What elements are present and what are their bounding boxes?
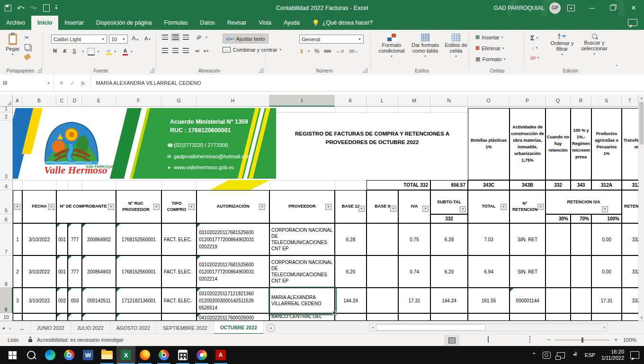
- cell-G8[interactable]: FACT. ELEC.: [161, 255, 197, 288]
- col-header-Q[interactable]: Q: [546, 95, 571, 107]
- cell-G7[interactable]: FACT. ELEC.: [161, 223, 197, 255]
- tell-me-search[interactable]: 💡 ¿Qué desea hacer?: [306, 16, 379, 30]
- cell-K10[interactable]: [335, 313, 367, 321]
- underline-dropdown-icon[interactable]: ▾: [82, 50, 84, 54]
- increase-decimal-icon[interactable]: ←.0: [336, 49, 344, 54]
- vertical-scrollbar[interactable]: ▲ ▼: [638, 95, 644, 321]
- sheet-tab-agosto[interactable]: AGOSTO 2022: [110, 321, 157, 334]
- cell-N8[interactable]: 6.20: [430, 255, 468, 288]
- header-subtotal-code[interactable]: 332: [430, 214, 468, 223]
- cell-D8[interactable]: 777: [68, 255, 82, 288]
- italic-button[interactable]: K: [63, 48, 66, 54]
- cell-O9[interactable]: 161.55: [468, 288, 510, 313]
- cell-O7[interactable]: 7.03: [468, 223, 510, 255]
- fill-color-icon[interactable]: ◇: [106, 48, 112, 55]
- name-box[interactable]: I9▼: [0, 75, 54, 91]
- orientation-icon[interactable]: ab: [195, 34, 202, 41]
- cell-P10[interactable]: [510, 313, 546, 321]
- normal-view-button[interactable]: [444, 335, 459, 346]
- cell-R4[interactable]: 343: [571, 180, 591, 190]
- cell-A9[interactable]: 3: [13, 288, 22, 313]
- filter-icon[interactable]: [358, 206, 365, 212]
- zoom-in-icon[interactable]: +: [614, 336, 618, 343]
- cell-Q8[interactable]: [546, 255, 571, 288]
- taskbar-chrome-profile[interactable]: [154, 346, 173, 364]
- cell-R7[interactable]: [571, 223, 591, 255]
- header-base0[interactable]: BASE 0: [367, 190, 398, 223]
- header-ruc[interactable]: Nº RUC PROVEEDOR: [116, 190, 161, 223]
- taskbar-word[interactable]: W: [79, 346, 98, 364]
- cell-O8[interactable]: 6.94: [468, 255, 510, 288]
- cell-I7[interactable]: CORPORACION NACIONAL DE TELECOMUNICACION…: [269, 223, 335, 255]
- number-format-select[interactable]: General▼: [299, 35, 364, 44]
- font-dialog-launcher-icon[interactable]: [150, 68, 154, 73]
- comma-format-icon[interactable]: 000: [324, 49, 331, 54]
- tab-inicio[interactable]: Inicio: [31, 16, 58, 30]
- taskbar-calculator[interactable]: [173, 346, 192, 364]
- taskbar-excel-active[interactable]: X: [116, 346, 135, 364]
- col-header-G[interactable]: G: [161, 95, 197, 107]
- tab-vista[interactable]: Vista: [253, 16, 277, 30]
- row-header-7[interactable]: 7: [0, 223, 13, 255]
- cell-K8[interactable]: 6.20: [335, 255, 367, 288]
- scroll-down-icon[interactable]: ▼: [639, 315, 644, 321]
- cell-H10[interactable]: 041020220117600026000: [197, 313, 269, 321]
- cell-C8[interactable]: 001: [56, 255, 68, 288]
- cell-S4[interactable]: 312A: [591, 180, 622, 190]
- cell-S8[interactable]: 0.00: [591, 255, 622, 288]
- select-all-corner[interactable]: [0, 95, 13, 107]
- cell-A7[interactable]: 1: [13, 223, 22, 255]
- cell-L7[interactable]: [367, 223, 398, 255]
- minimize-button[interactable]: —: [581, 0, 602, 16]
- cell-L9[interactable]: [367, 288, 398, 313]
- autosum-button[interactable]: Σ▾: [530, 34, 538, 42]
- cell-E10[interactable]: [82, 313, 116, 321]
- taskbar-explorer[interactable]: [98, 346, 116, 364]
- cell-Q3[interactable]: Cuando no hay retención: [546, 108, 571, 180]
- header-autorizacion[interactable]: AUTORIZACIÓN: [197, 190, 269, 223]
- cell-H8[interactable]: 0310202201176815256000120017772008649030…: [197, 255, 269, 288]
- meet-now-icon[interactable]: [543, 352, 551, 359]
- page-break-view-button[interactable]: [529, 337, 530, 342]
- formula-input[interactable]: MARIA ALEXANDRA VILLARREAL CEDENO: [91, 75, 644, 91]
- cell-E8[interactable]: 200864903: [82, 255, 116, 288]
- cell-P7[interactable]: SIN. RET: [510, 223, 546, 255]
- fill-button[interactable]: ↓▾: [531, 45, 537, 51]
- wrap-text-button[interactable]: ab↩ Ajustar texto: [223, 34, 268, 44]
- cell-D10[interactable]: [68, 313, 82, 321]
- cell-G10[interactable]: [161, 313, 197, 321]
- underline-button[interactable]: S: [72, 48, 76, 54]
- number-dialog-launcher-icon[interactable]: [363, 68, 367, 73]
- grow-font-icon[interactable]: A▲: [132, 35, 139, 42]
- scroll-left-icon[interactable]: ◂: [370, 324, 376, 330]
- tab-formulas[interactable]: Fórmulas: [158, 16, 194, 30]
- sheet-tab-junio[interactable]: JUNIO 2022: [31, 321, 71, 334]
- filter-icon[interactable]: [460, 206, 466, 212]
- row-header-4[interactable]: 4: [0, 180, 13, 190]
- cell-Q4[interactable]: 332: [546, 180, 571, 190]
- collapse-ribbon-icon[interactable]: ⌃: [615, 64, 618, 69]
- conditional-formatting-button[interactable]: Formato condicional▾: [377, 34, 406, 58]
- cell-S7[interactable]: 0.00: [591, 223, 622, 255]
- clear-button[interactable]: ▾: [530, 56, 539, 60]
- cell-B7[interactable]: 3/10/2022: [22, 223, 56, 255]
- cell-I9-selected[interactable]: MARIA ALEXANDRA VILLARREAL CEDENO: [269, 288, 335, 313]
- col-header-O[interactable]: O: [468, 95, 510, 107]
- tab-archivo[interactable]: Archivo: [0, 16, 31, 30]
- cell-K9[interactable]: 144.24: [335, 288, 367, 313]
- cell-total-value[interactable]: 656.57: [430, 180, 468, 190]
- cell-P9[interactable]: 000001144: [510, 288, 546, 313]
- header-tipo[interactable]: TIPO COMPRO: [161, 190, 197, 223]
- cell-M8[interactable]: 0.74: [398, 255, 430, 288]
- col-header-B[interactable]: B: [22, 95, 56, 107]
- close-button[interactable]: ✕: [623, 0, 644, 16]
- font-size-select[interactable]: 10▼: [109, 35, 128, 44]
- find-select-button[interactable]: Buscar y seleccionar▾: [579, 34, 610, 56]
- format-cells-button[interactable]: ▦Formato▾: [475, 56, 505, 62]
- tab-datos[interactable]: Datos: [194, 16, 221, 30]
- header-nretencion[interactable]: Nº RETENCION: [510, 190, 546, 223]
- row-header-5[interactable]: 5: [0, 190, 13, 214]
- zoom-out-icon[interactable]: −: [547, 336, 551, 343]
- header-iva[interactable]: IVA: [398, 190, 430, 223]
- horizontal-scrollbar[interactable]: ◂ ▸: [369, 323, 608, 331]
